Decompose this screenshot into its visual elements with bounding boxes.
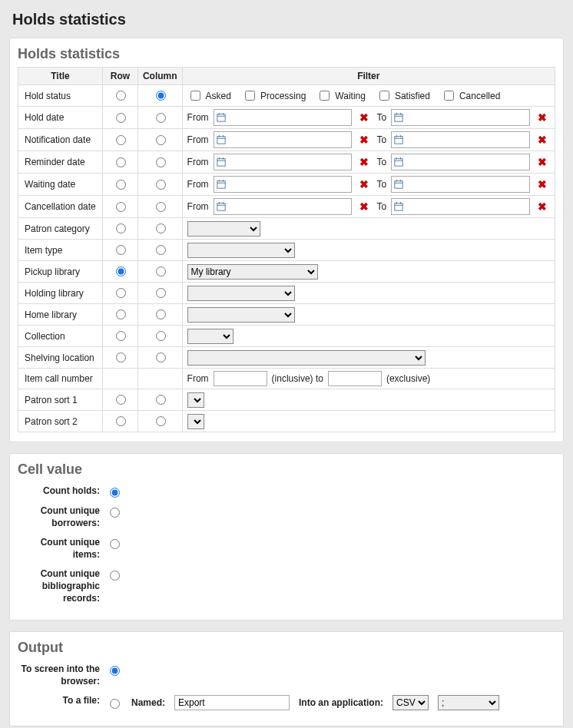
clear-to-date2[interactable]: ✖	[535, 156, 550, 168]
label-unique-borrowers: Count unique borrowers:	[18, 504, 106, 529]
input-call-to[interactable]	[328, 371, 382, 386]
calendar-icon[interactable]	[392, 199, 406, 214]
criteria-table: Title Row Column Filter Hold statusAsked…	[18, 67, 555, 432]
checkbox-label-cancelled[interactable]: Cancelled	[441, 88, 500, 103]
input-from-date2[interactable]	[228, 154, 352, 170]
col-radio-patron-sort-1[interactable]	[156, 395, 166, 405]
input-from-date3[interactable]	[228, 177, 352, 192]
checkbox-waiting[interactable]	[320, 91, 330, 101]
checkbox-processing[interactable]	[245, 91, 255, 101]
input-to-date4[interactable]	[406, 199, 529, 214]
input-from-date1[interactable]	[228, 132, 352, 147]
radio-unique-biblios[interactable]	[110, 571, 120, 581]
checkbox-cancelled[interactable]	[444, 91, 454, 101]
row-label-item-type: Item type	[18, 240, 103, 261]
calendar-icon[interactable]	[392, 154, 406, 170]
input-to-date1[interactable]	[406, 132, 529, 147]
select-patron-sort-1[interactable]	[187, 392, 204, 408]
svg-rect-16	[217, 159, 224, 166]
svg-rect-20	[395, 159, 402, 166]
row-radio-date4[interactable]	[116, 202, 126, 212]
radio-unique-borrowers[interactable]	[110, 508, 120, 518]
col-radio-holding-library[interactable]	[156, 288, 166, 298]
col-radio-patron-category[interactable]	[156, 223, 166, 233]
row-radio-home-library[interactable]	[116, 309, 126, 319]
row-radio-collection[interactable]	[116, 331, 126, 341]
col-radio-pickup-library[interactable]	[156, 266, 166, 276]
col-radio-date4[interactable]	[156, 202, 166, 212]
row-label-call-number: Item call number	[18, 369, 103, 389]
select-patron-category[interactable]	[187, 221, 260, 237]
col-radio-home-library[interactable]	[156, 309, 166, 319]
label-output-screen: To screen into the browser:	[18, 662, 106, 687]
clear-to-date4[interactable]: ✖	[535, 200, 550, 213]
select-item-type[interactable]	[187, 243, 295, 258]
select-shelving-location[interactable]	[187, 350, 426, 366]
col-radio-date0[interactable]	[156, 113, 166, 123]
calendar-icon[interactable]	[392, 110, 406, 125]
row-radio-date0[interactable]	[116, 113, 126, 123]
row-label-date3: Waiting date	[18, 174, 103, 196]
row-radio-hold-status[interactable]	[116, 91, 126, 101]
checkbox-satisfied[interactable]	[379, 91, 389, 101]
col-radio-date2[interactable]	[156, 157, 166, 167]
calendar-icon[interactable]	[214, 177, 228, 192]
checkbox-label-waiting[interactable]: Waiting	[316, 88, 366, 103]
checkbox-label-processing[interactable]: Processing	[242, 88, 306, 103]
radio-count-holds[interactable]	[110, 488, 120, 498]
calendar-icon[interactable]	[214, 154, 228, 170]
calendar-icon[interactable]	[214, 110, 228, 125]
checkbox-asked[interactable]	[190, 91, 200, 101]
radio-unique-items[interactable]	[110, 539, 120, 549]
col-radio-collection[interactable]	[156, 331, 166, 341]
input-from-date4[interactable]	[228, 199, 352, 214]
row-label-date0: Hold date	[18, 107, 103, 129]
clear-from-date3[interactable]: ✖	[356, 178, 372, 190]
col-radio-date3[interactable]	[156, 180, 166, 190]
clear-from-date0[interactable]: ✖	[356, 111, 372, 124]
calendar-icon[interactable]	[214, 132, 228, 147]
clear-from-date4[interactable]: ✖	[356, 200, 372, 213]
row-label-date2: Reminder date	[18, 151, 103, 174]
checkbox-label-satisfied[interactable]: Satisfied	[376, 88, 430, 103]
clear-to-date3[interactable]: ✖	[535, 178, 550, 190]
input-to-date2[interactable]	[406, 154, 529, 170]
input-to-date0[interactable]	[406, 110, 529, 125]
row-radio-patron-sort-2[interactable]	[116, 416, 126, 426]
row-radio-shelving-location[interactable]	[116, 352, 126, 362]
select-patron-sort-2[interactable]	[187, 414, 204, 429]
select-holding-library[interactable]	[187, 286, 295, 301]
col-radio-date1[interactable]	[156, 135, 166, 145]
select-separator[interactable]: ;	[438, 695, 499, 710]
clear-from-date1[interactable]: ✖	[356, 134, 372, 146]
col-radio-patron-sort-2[interactable]	[156, 416, 166, 426]
row-radio-date3[interactable]	[116, 180, 126, 190]
row-radio-pickup-library[interactable]	[116, 266, 126, 276]
calendar-icon[interactable]	[214, 199, 228, 214]
input-export-name[interactable]	[174, 695, 290, 710]
row-radio-date2[interactable]	[116, 157, 126, 167]
input-call-from[interactable]	[214, 371, 267, 386]
select-home-library[interactable]	[187, 307, 295, 323]
col-radio-hold-status[interactable]	[156, 91, 166, 101]
clear-from-date2[interactable]: ✖	[356, 156, 372, 168]
row-radio-date1[interactable]	[116, 135, 126, 145]
radio-output-screen[interactable]	[110, 666, 120, 676]
col-radio-shelving-location[interactable]	[156, 352, 166, 362]
input-to-date3[interactable]	[406, 177, 529, 192]
row-radio-patron-category[interactable]	[116, 223, 126, 233]
select-pickup-library[interactable]: My library	[187, 264, 318, 280]
calendar-icon[interactable]	[392, 132, 406, 147]
checkbox-label-asked[interactable]: Asked	[187, 88, 231, 103]
col-radio-item-type[interactable]	[156, 245, 166, 255]
row-radio-patron-sort-1[interactable]	[116, 395, 126, 405]
clear-to-date1[interactable]: ✖	[535, 134, 550, 146]
clear-to-date0[interactable]: ✖	[535, 111, 550, 124]
select-app[interactable]: CSV	[392, 695, 429, 710]
row-radio-item-type[interactable]	[116, 245, 126, 255]
calendar-icon[interactable]	[392, 177, 406, 192]
input-from-date0[interactable]	[228, 110, 352, 125]
radio-output-file[interactable]	[110, 699, 120, 709]
select-collection[interactable]	[187, 329, 234, 344]
row-radio-holding-library[interactable]	[116, 288, 126, 298]
